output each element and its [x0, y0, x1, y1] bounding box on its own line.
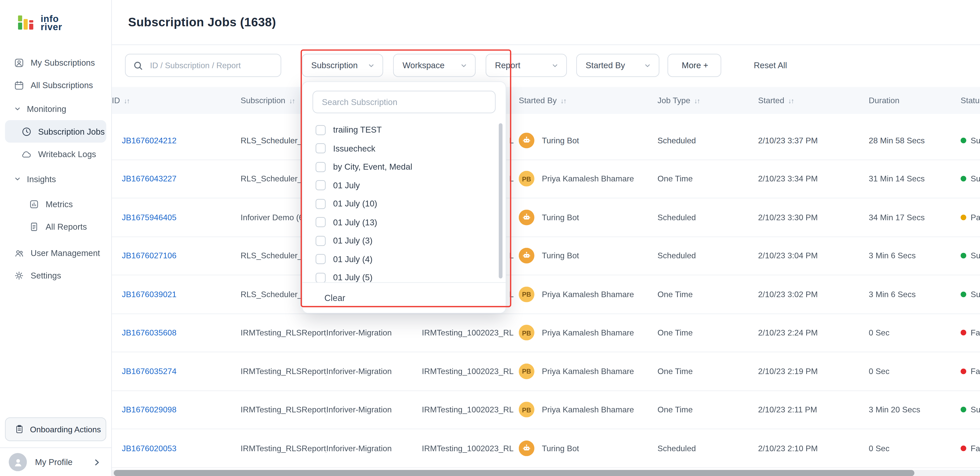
job-id-link[interactable]: JB1676020053 — [122, 444, 177, 453]
cell-report: IRMTesting_1002023_RL — [422, 444, 519, 453]
column-header[interactable]: Duration — [869, 96, 961, 105]
job-id-link[interactable]: JB1676035274 — [122, 366, 177, 376]
sidebar-group-monitoring[interactable]: Monitoring — [0, 97, 111, 120]
robot-icon — [522, 444, 531, 453]
sidebar-group-insights[interactable]: Insights — [0, 168, 111, 190]
job-id-link[interactable]: JB1676024212 — [122, 136, 177, 145]
horizontal-scrollbar-thumb[interactable] — [114, 470, 915, 476]
clear-button[interactable]: Clear — [321, 292, 349, 303]
subscription-filter-dropdown: trailing TEST Issuecheck by City, Event,… — [302, 81, 506, 313]
job-id-link[interactable]: JB1675946405 — [122, 212, 177, 222]
table-row[interactable]: JB1676024212 RLS_Scheduler_01 L Turing B… — [112, 121, 980, 160]
cell-status: Pa — [961, 212, 980, 222]
job-id-link[interactable]: JB1676027106 — [122, 251, 177, 260]
job-id-link[interactable]: JB1676039021 — [122, 289, 177, 299]
dropdown-option[interactable]: by City, Event, Medal — [302, 158, 506, 176]
job-id-link[interactable]: JB1676043227 — [122, 174, 177, 184]
sidebar-item-subscription-jobs[interactable]: Subscription Jobs — [5, 120, 107, 142]
table-row[interactable]: JB1676027106 RLS_Scheduler_01 L Turing B… — [112, 237, 980, 275]
user-name: Turing Bot — [542, 136, 579, 145]
sort-icon[interactable]: ↓↑ — [788, 97, 794, 104]
table-row[interactable]: JB1675946405 Inforiver Demo (6) Turing B… — [112, 198, 980, 237]
sidebar-item-writeback-logs[interactable]: Writeback Logs — [0, 142, 111, 165]
table-row[interactable]: JB1676035608 IRMTesting_RLSReport_ Infor… — [112, 314, 980, 352]
cell-started: 2/10/23 3:30 PM — [758, 212, 869, 222]
sort-icon[interactable]: ↓↑ — [289, 97, 295, 104]
sidebar-item-settings[interactable]: Settings — [0, 264, 111, 286]
dropdown-option[interactable]: 01 July (4) — [302, 250, 506, 268]
cell-duration: 34 Min 17 Secs — [869, 212, 961, 222]
cell-duration: 3 Min 20 Secs — [869, 405, 961, 414]
sort-icon[interactable]: ↓↑ — [560, 97, 566, 104]
cell-started: 2/10/23 2:10 PM — [758, 444, 869, 453]
chevron-down-icon — [644, 62, 651, 69]
table-row[interactable]: JB1676035274 IRMTesting_RLSReport_ Infor… — [112, 352, 980, 391]
dropdown-option[interactable]: 01 July (5) — [302, 268, 506, 282]
dropdown-option[interactable]: 01 July (13) — [302, 213, 506, 232]
sort-icon[interactable]: ↓↑ — [124, 97, 129, 104]
column-header[interactable]: Started By ↓↑ — [519, 96, 658, 105]
checkbox[interactable] — [316, 254, 326, 264]
column-header[interactable]: Job Type ↓↑ — [657, 96, 758, 105]
user-name: Turing Bot — [542, 212, 579, 222]
search-input[interactable] — [149, 60, 273, 71]
checkbox[interactable] — [316, 162, 326, 172]
robot-icon — [522, 136, 531, 145]
table-row[interactable]: JB1676029098 IRMTesting_RLSReport_ Infor… — [112, 391, 980, 429]
checkbox[interactable] — [316, 236, 326, 246]
sidebar-group-label: Insights — [27, 174, 56, 184]
dropdown-option[interactable]: 01 July (10) — [302, 195, 506, 213]
sidebar-item-all-subscriptions[interactable]: All Subscriptions — [0, 74, 111, 96]
filter-more-button[interactable]: More + — [668, 54, 721, 77]
sidebar-item-metrics[interactable]: Metrics — [0, 193, 111, 215]
cell-workspace: Inforiver-Migration — [326, 405, 422, 414]
cell-job-type: Scheduled — [657, 251, 758, 260]
filter-subscription-button[interactable]: Subscription — [302, 54, 383, 77]
column-header-label: Job Type — [657, 96, 690, 105]
main-content: Subscription Jobs (1638) Subscription Wo… — [112, 0, 980, 476]
table-row[interactable]: JB1676039021 RLS_Scheduler_01 L PB Priya… — [112, 275, 980, 314]
dropdown-option[interactable]: Issuecheck — [302, 139, 506, 158]
status-label: Su — [970, 136, 980, 145]
filter-workspace-button[interactable]: Workspace — [393, 54, 476, 77]
column-header[interactable]: ID ↓↑ — [112, 96, 240, 105]
checkbox[interactable] — [316, 143, 326, 153]
checkbox[interactable] — [316, 273, 326, 282]
cell-started-by: PB Priya Kamalesh Bhamare — [519, 171, 658, 187]
filter-started-by-button[interactable]: Started By — [576, 54, 659, 77]
filter-report-button[interactable]: Report — [486, 54, 567, 77]
checkbox[interactable] — [316, 125, 326, 135]
dropdown-search-input[interactable] — [321, 97, 487, 107]
job-id-link[interactable]: JB1676029098 — [122, 405, 177, 414]
status-dot — [961, 214, 966, 220]
checkbox[interactable] — [316, 199, 326, 209]
clock-icon — [21, 126, 32, 137]
checkbox[interactable] — [316, 180, 326, 190]
cell-job-type: One Time — [657, 328, 758, 337]
column-header[interactable]: Started ↓↑ — [758, 96, 869, 105]
dropdown-scrollbar-thumb[interactable] — [499, 123, 503, 278]
column-header-label: Duration — [869, 96, 899, 105]
user-avatar: PB — [519, 286, 535, 302]
filter-label: Workspace — [402, 61, 445, 70]
table-row[interactable]: JB1676020053 IRMTesting_RLSReport_ Infor… — [112, 429, 980, 468]
dropdown-option[interactable]: 01 July — [302, 176, 506, 195]
sort-icon[interactable]: ↓↑ — [694, 97, 700, 104]
dropdown-option[interactable]: 01 July (3) — [302, 232, 506, 250]
dropdown-option-label: 01 July (13) — [333, 218, 377, 227]
sidebar-item-my-subscriptions[interactable]: My Subscriptions — [0, 51, 111, 74]
sidebar-item-label: Writeback Logs — [38, 149, 96, 159]
horizontal-scrollbar[interactable] — [112, 470, 980, 476]
column-header[interactable]: Status — [961, 96, 980, 105]
table-row[interactable]: JB1676043227 RLS_Scheduler_01 L PB Priya… — [112, 160, 980, 198]
checkbox[interactable] — [316, 217, 326, 227]
job-id-link[interactable]: JB1676035608 — [122, 328, 177, 337]
onboarding-actions-button[interactable]: Onboarding Actions — [5, 417, 107, 441]
sidebar-item-user-management[interactable]: User Management — [0, 241, 111, 264]
sidebar-item-all-reports[interactable]: All Reports — [0, 215, 111, 238]
dropdown-option[interactable]: trailing TEST — [302, 121, 506, 139]
my-profile[interactable]: My Profile — [0, 447, 111, 476]
user-avatar — [519, 440, 535, 456]
page-title: Subscription Jobs (1638) — [128, 15, 276, 29]
reset-all-button[interactable]: Reset All — [750, 54, 791, 77]
